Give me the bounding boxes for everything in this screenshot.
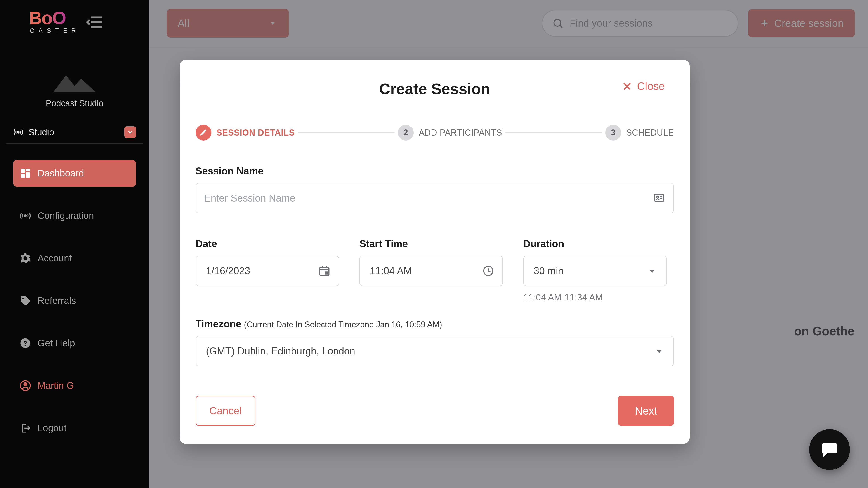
duration-range: 11:04 AM-11:34 AM	[523, 292, 667, 302]
step-schedule[interactable]: 3 SCHEDULE	[605, 125, 674, 140]
session-name-field[interactable]	[195, 183, 674, 213]
duration-select[interactable]: 30 min	[523, 256, 667, 286]
step-label: ADD PARTICIPANTS	[418, 128, 502, 138]
logout-icon	[20, 422, 31, 434]
timezone-label: Timezone	[195, 318, 241, 329]
studio-image-placeholder	[53, 66, 96, 93]
svg-point-4	[18, 131, 19, 133]
stepper: SESSION DETAILS 2 ADD PARTICIPANTS 3 SCH…	[195, 125, 674, 140]
timezone-hint: (Current Date In Selected Timezone Jan 1…	[244, 320, 442, 329]
step-number: 2	[398, 125, 414, 140]
step-label: SCHEDULE	[626, 128, 674, 138]
start-time-field-group: Start Time 11:04 AM	[360, 238, 503, 302]
modal-title: Create Session	[195, 80, 674, 98]
sidebar-item-label: Dashboard	[37, 168, 84, 179]
sidebar-item-get-help[interactable]: ? Get Help	[13, 330, 136, 357]
sidebar-item-label: Referrals	[37, 295, 76, 306]
close-icon	[622, 81, 632, 92]
duration-field-group: Duration 30 min 11:04 AM-11:34 AM	[523, 238, 667, 302]
sidebar-item-user[interactable]: Martin G	[13, 372, 136, 399]
sidebar-item-label: Get Help	[37, 338, 75, 349]
svg-rect-21	[655, 194, 664, 201]
caret-down-icon	[646, 265, 658, 277]
broadcast-icon	[20, 210, 31, 222]
svg-rect-5	[21, 169, 25, 173]
user-icon	[20, 380, 31, 392]
sidebar-item-account[interactable]: Account	[13, 245, 136, 272]
start-time-label: Start Time	[360, 238, 503, 250]
modal-close-label: Close	[637, 80, 665, 92]
gear-icon	[20, 252, 31, 264]
calendar-icon	[318, 265, 331, 277]
broadcast-icon	[13, 127, 24, 137]
pencil-icon	[199, 129, 207, 136]
svg-marker-31	[650, 270, 655, 273]
sidebar-item-dashboard[interactable]: Dashboard	[13, 160, 136, 187]
duration-value: 30 min	[534, 265, 563, 276]
svg-rect-7	[26, 172, 30, 178]
timezone-value: (GMT) Dublin, Edinburgh, London	[206, 346, 355, 357]
start-time-input[interactable]: 11:04 AM	[360, 256, 503, 286]
contact-card-icon[interactable]	[653, 192, 665, 205]
caret-down-icon	[653, 345, 665, 357]
svg-point-13	[24, 383, 27, 386]
chevron-down-icon[interactable]	[124, 126, 136, 138]
timezone-field-group: Timezone (Current Date In Selected Timez…	[195, 318, 674, 366]
svg-marker-32	[657, 350, 662, 353]
svg-marker-3	[53, 75, 96, 92]
studio-name: Podcast Studio	[46, 98, 103, 108]
tag-icon	[20, 295, 31, 306]
sidebar-item-label: Configuration	[37, 210, 94, 221]
sidebar-item-label: Martin G	[37, 380, 74, 391]
start-time-value: 11:04 AM	[370, 265, 412, 276]
svg-rect-29	[326, 272, 328, 274]
date-value: 1/16/2023	[206, 265, 250, 276]
sidebar-item-label: Account	[37, 253, 72, 264]
step-label: SESSION DETAILS	[216, 128, 295, 138]
cancel-button[interactable]: Cancel	[195, 396, 255, 426]
sidebar-item-configuration[interactable]: Configuration	[13, 202, 136, 229]
step-number: 3	[605, 125, 621, 140]
step-session-details[interactable]: SESSION DETAILS	[195, 125, 295, 140]
sidebar: BoO CASTER Podcast Studio	[0, 0, 149, 488]
sidebar-item-logout[interactable]: Logout	[13, 415, 136, 442]
create-session-modal: Close Create Session SESSION DETAILS 2 A…	[180, 60, 690, 444]
brand-subtitle: CASTER	[30, 27, 80, 34]
date-input[interactable]: 1/16/2023	[195, 256, 339, 286]
help-icon: ?	[20, 337, 31, 349]
chat-icon	[820, 440, 839, 459]
date-field-group: Date 1/16/2023	[195, 238, 339, 302]
svg-point-22	[657, 196, 659, 198]
chat-fab[interactable]	[809, 429, 850, 470]
sidebar-item-label: Logout	[37, 423, 66, 433]
session-name-label: Session Name	[195, 165, 674, 177]
timezone-select[interactable]: (GMT) Dublin, Edinburgh, London	[195, 336, 674, 366]
modal-close-button[interactable]: Close	[622, 80, 665, 92]
date-label: Date	[195, 238, 339, 250]
duration-label: Duration	[523, 238, 667, 250]
session-name-input[interactable]	[204, 193, 649, 204]
clock-icon	[482, 265, 494, 277]
step-add-participants[interactable]: 2 ADD PARTICIPANTS	[398, 125, 502, 140]
dashboard-icon	[20, 167, 31, 179]
main: All Create session on Goeth	[149, 0, 868, 488]
studio-label: Studio	[29, 127, 54, 137]
svg-rect-8	[21, 174, 25, 177]
svg-point-9	[24, 215, 26, 217]
svg-text:?: ?	[23, 339, 28, 347]
next-button[interactable]: Next	[618, 396, 674, 426]
brand-logo: BoO CASTER	[29, 11, 80, 34]
sidebar-item-referrals[interactable]: Referrals	[13, 287, 136, 314]
svg-rect-6	[26, 169, 30, 171]
studio-selector[interactable]: Studio	[6, 122, 143, 144]
sidebar-collapse-icon[interactable]	[86, 13, 105, 33]
